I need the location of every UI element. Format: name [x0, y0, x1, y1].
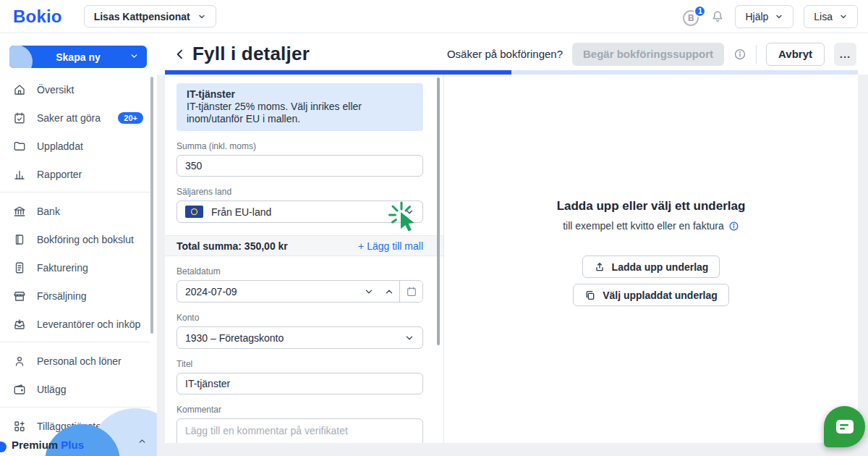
- account-value: 1930 – Företagskonto: [185, 332, 284, 344]
- total-amount: Total summa: 350,00 kr: [176, 240, 288, 252]
- notification-count-badge: 1: [694, 5, 706, 17]
- bell-icon[interactable]: [710, 9, 725, 24]
- form-scrollbar[interactable]: [437, 77, 440, 345]
- upload-icon: [594, 261, 605, 273]
- support-question-text: Osäker på bokföringen?: [447, 48, 563, 60]
- button-decoration: [9, 46, 33, 68]
- chat-icon: [835, 419, 854, 435]
- sidebar-item-oversikt[interactable]: Översikt: [0, 75, 150, 104]
- calendar-check-icon: [13, 111, 26, 124]
- wallet-icon: [13, 383, 26, 396]
- kommentar-label: Kommentar: [176, 405, 423, 415]
- info-box-title: IT-tjänster: [187, 88, 413, 101]
- summa-label: Summa (inkl. moms): [176, 141, 423, 151]
- title-input[interactable]: [176, 373, 423, 394]
- user-menu-button[interactable]: Lisa: [804, 5, 858, 28]
- add-template-link[interactable]: + Lägg till mall: [358, 240, 423, 252]
- sidebar-item-bank[interactable]: Bank: [0, 197, 150, 225]
- choose-uploaded-button[interactable]: Välj uppladdat underlag: [573, 284, 729, 306]
- comment-textarea[interactable]: [176, 418, 423, 443]
- bar-chart-icon: [13, 168, 26, 181]
- sidebar-nav: Översikt Saker att göra 20+ Uppladdat Ra…: [0, 75, 150, 440]
- titel-label: Titel: [176, 359, 423, 369]
- divider: [0, 407, 150, 408]
- invoice-icon: [13, 261, 26, 274]
- seller-country-value: Från EU-land: [211, 206, 271, 218]
- upload-panel-title: Ladda upp eller välj ett underlag: [557, 199, 746, 214]
- company-selector[interactable]: Lisas Kattpensionat: [84, 5, 216, 28]
- more-options-button[interactable]: ...: [834, 43, 856, 66]
- bokio-logo: Bokio: [13, 7, 62, 27]
- folder-icon: [13, 140, 26, 153]
- payment-date-field: 2024-07-09: [176, 280, 423, 303]
- info-box-body: IT-tjänster 25% moms. Välj inrikes eller…: [187, 101, 413, 125]
- chevron-down-icon: [404, 333, 414, 343]
- chevron-up-icon[interactable]: [137, 436, 147, 449]
- calendar-icon[interactable]: [399, 281, 422, 302]
- upload-receipt-button[interactable]: Ladda upp underlag: [582, 256, 720, 278]
- cancel-button[interactable]: Avbryt: [766, 43, 825, 66]
- chevron-down-icon: [839, 12, 848, 21]
- eu-flag-icon: [185, 206, 203, 218]
- sidebar-item-bokforing[interactable]: Bokföring och bokslut: [0, 225, 150, 253]
- bokio-coin-icon[interactable]: B 1: [683, 8, 700, 25]
- chevron-down-icon: [129, 51, 139, 63]
- bank-icon: [13, 205, 26, 218]
- total-summary-row: Total summa: 350,00 kr + Lägg till mall: [165, 235, 443, 256]
- help-menu-button[interactable]: Hjälp: [735, 5, 793, 28]
- chevron-down-icon: [404, 207, 414, 217]
- top-bar: Bokio Lisas Kattpensionat B 1 Hjälp Lisa: [0, 0, 868, 33]
- request-support-button[interactable]: Begär bokföringssupport: [572, 43, 724, 66]
- summa-input[interactable]: [176, 155, 423, 177]
- konto-label: Konto: [176, 313, 423, 323]
- seller-country-select[interactable]: Från EU-land: [176, 200, 423, 223]
- chevron-down-icon: [197, 12, 206, 21]
- storefront-icon: [13, 290, 26, 303]
- sidebar-item-leverantorer[interactable]: Leverantörer och inköp: [0, 310, 150, 338]
- account-select[interactable]: 1930 – Företagskonto: [176, 326, 423, 349]
- chevron-down-icon: [775, 12, 783, 21]
- progress-bar: [165, 70, 858, 75]
- info-icon[interactable]: [733, 48, 746, 61]
- chat-widget-button[interactable]: [824, 406, 865, 447]
- divider: [756, 45, 757, 64]
- upload-panel-subtitle: till exempel ett kvitto eller en faktura: [563, 220, 739, 232]
- premium-banner[interactable]: Premium Plus: [0, 418, 157, 456]
- template-info-box: IT-tjänster IT-tjänster 25% moms. Välj i…: [176, 83, 423, 131]
- sidebar-item-utlagg[interactable]: Utlägg: [0, 375, 150, 403]
- sidebar: Skapa ny Översikt Saker att göra 20+ Upp…: [0, 33, 157, 456]
- sidebar-item-saker-att-gora[interactable]: Saker att göra 20+: [0, 104, 150, 132]
- todo-count-badge: 20+: [118, 112, 143, 124]
- progress-bar-fill: [165, 70, 511, 75]
- upload-panel: Ladda upp eller välj ett underlag till e…: [444, 75, 858, 443]
- seller-country-label: Säljarens land: [176, 187, 423, 197]
- sidebar-item-personal[interactable]: Personal och löner: [0, 347, 150, 375]
- betaldatum-label: Betaldatum: [176, 266, 423, 276]
- premium-label: Premium Plus: [12, 439, 84, 451]
- info-icon[interactable]: [728, 221, 739, 232]
- company-name: Lisas Kattpensionat: [94, 11, 190, 22]
- home-icon: [13, 83, 26, 96]
- ledger-book-icon: [13, 233, 26, 246]
- chevron-left-icon: [173, 47, 187, 62]
- details-form-panel: IT-tjänster IT-tjänster 25% moms. Välj i…: [165, 75, 444, 443]
- page-header: Fyll i detaljer Osäker på bokföringen? B…: [157, 33, 868, 75]
- date-decrement-chevron-down-icon[interactable]: [359, 287, 379, 297]
- divider: [0, 342, 150, 342]
- divider: [0, 192, 150, 193]
- date-increment-chevron-up-icon[interactable]: [379, 287, 399, 297]
- back-button[interactable]: [173, 47, 187, 62]
- sidebar-item-rapporter[interactable]: Rapporter: [0, 160, 150, 188]
- payment-date-value[interactable]: 2024-07-09: [177, 286, 359, 297]
- sidebar-item-fakturering[interactable]: Fakturering: [0, 253, 150, 282]
- sidebar-item-uppladdat[interactable]: Uppladdat: [0, 132, 150, 160]
- copy-pages-icon: [584, 290, 596, 301]
- inbox-in-icon: [13, 318, 26, 331]
- page-title: Fyll i detaljer: [192, 43, 310, 65]
- sidebar-item-forsaljning[interactable]: Försäljning: [0, 282, 150, 310]
- create-new-button[interactable]: Skapa ny: [9, 46, 147, 68]
- decorative-circle: [0, 442, 7, 452]
- person-icon: [13, 355, 26, 368]
- sidebar-scrollbar[interactable]: [150, 77, 153, 334]
